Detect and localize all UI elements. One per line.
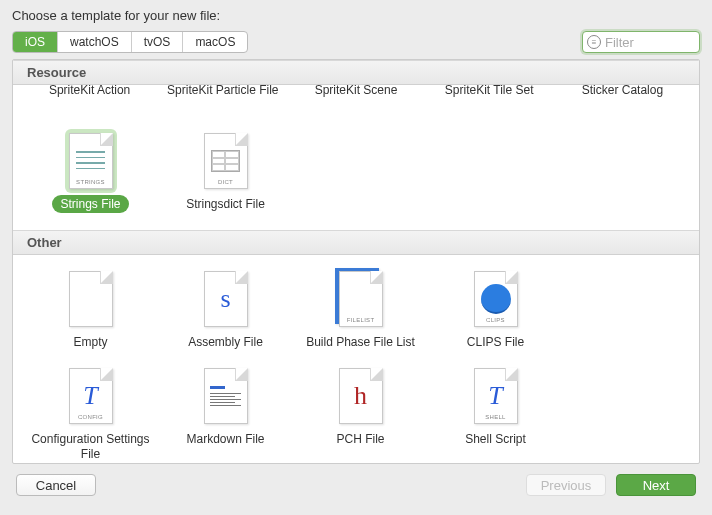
previous-button: Previous — [526, 474, 606, 496]
template-label: Empty — [73, 335, 107, 349]
stringsdict-file-icon: DICT — [204, 133, 248, 189]
template-label: Markdown File — [186, 432, 264, 446]
template-item-assembly-file[interactable]: s Assembly File — [158, 267, 293, 350]
template-label: CLIPS File — [467, 335, 524, 349]
filter-input[interactable] — [605, 35, 695, 50]
cancel-button[interactable]: Cancel — [16, 474, 96, 496]
dialog-title: Choose a template for your new file: — [12, 8, 700, 23]
pch-file-icon: h — [339, 368, 383, 424]
clips-file-icon: CLIPS — [474, 271, 518, 327]
next-button[interactable]: Next — [616, 474, 696, 496]
section-header-other: Other — [13, 230, 699, 255]
template-item-spritekit-scene[interactable]: SpriteKit Scene — [289, 85, 422, 97]
strings-file-icon: STRINGS — [69, 133, 113, 189]
template-item-config-settings-file[interactable]: T CONFIG Configuration Settings File — [23, 364, 158, 462]
template-item-build-phase-file-list[interactable]: FILELIST Build Phase File List — [293, 267, 428, 350]
template-label: Stringsdict File — [186, 197, 265, 211]
template-label: Strings File — [52, 195, 128, 213]
template-item-shell-script[interactable]: T SHELL Shell Script — [428, 364, 563, 462]
shell-script-icon: T SHELL — [474, 368, 518, 424]
markdown-file-icon — [204, 368, 248, 424]
template-label: Assembly File — [188, 335, 263, 349]
template-item-markdown-file[interactable]: Markdown File — [158, 364, 293, 462]
template-item-empty[interactable]: Empty — [23, 267, 158, 350]
template-area: Resource SpriteKit Action SpriteKit Part… — [12, 59, 700, 464]
template-item-strings-file[interactable]: STRINGS Strings File — [23, 129, 158, 212]
tab-tvos[interactable]: tvOS — [132, 32, 184, 52]
config-file-icon: T CONFIG — [69, 368, 113, 424]
template-label: Shell Script — [465, 432, 526, 446]
platform-tabbar: iOS watchOS tvOS macOS — [12, 31, 248, 53]
template-label: Build Phase File List — [306, 335, 415, 349]
empty-file-icon — [69, 271, 113, 327]
assembly-file-icon: s — [204, 271, 248, 327]
template-item-pch-file[interactable]: h PCH File — [293, 364, 428, 462]
tab-watchos[interactable]: watchOS — [58, 32, 132, 52]
template-item-spritekit-particle[interactable]: SpriteKit Particle File — [156, 85, 289, 97]
template-item-sticker-catalog[interactable]: Sticker Catalog — [556, 85, 689, 97]
tab-macos[interactable]: macOS — [183, 32, 247, 52]
filter-icon: ≡ — [587, 35, 601, 49]
template-label: PCH File — [336, 432, 384, 446]
template-item-stringsdict-file[interactable]: DICT Stringsdict File — [158, 129, 293, 212]
filter-field[interactable]: ≡ — [582, 31, 700, 53]
template-label: Configuration Settings File — [31, 432, 149, 461]
template-item-spritekit-tileset[interactable]: SpriteKit Tile Set — [423, 85, 556, 97]
filelist-icon: FILELIST — [339, 271, 383, 327]
template-item-spritekit-action[interactable]: SpriteKit Action — [23, 85, 156, 97]
section-header-resource: Resource — [13, 60, 699, 85]
template-item-clips-file[interactable]: CLIPS CLIPS File — [428, 267, 563, 350]
tab-ios[interactable]: iOS — [13, 32, 58, 52]
